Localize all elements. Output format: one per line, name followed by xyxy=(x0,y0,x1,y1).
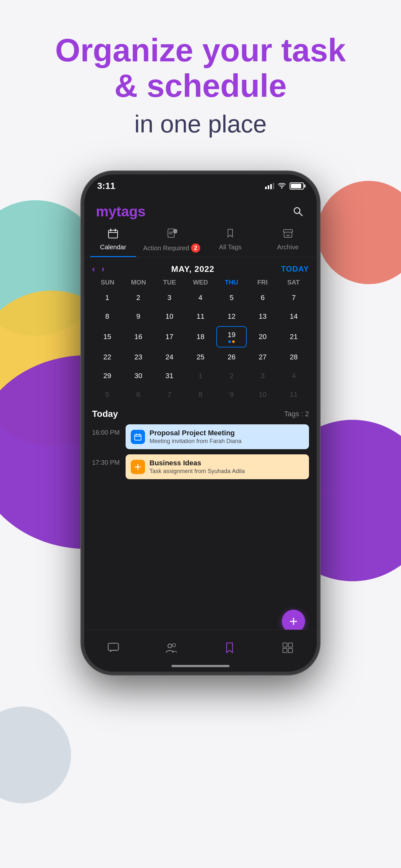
svg-rect-16 xyxy=(284,232,292,237)
cal-day-31[interactable]: 31 xyxy=(154,367,185,385)
svg-rect-3 xyxy=(273,183,274,189)
cal-day-13[interactable]: 13 xyxy=(247,307,278,326)
cal-day-jun-7[interactable]: 7 xyxy=(154,385,185,404)
event-2-name: Business Ideas xyxy=(150,459,304,467)
bg-blob-gray xyxy=(0,707,71,803)
cal-day-24[interactable]: 24 xyxy=(154,348,185,366)
event-card-1[interactable]: Proposal Project Meeting Meeting invitat… xyxy=(126,424,309,449)
tab-action-required-label: Action Required xyxy=(143,244,189,252)
tab-archive-label: Archive xyxy=(277,244,299,251)
cal-day-26[interactable]: 26 xyxy=(216,348,247,366)
action-required-label-group: Action Required 2 xyxy=(143,244,200,252)
cal-day-9[interactable]: 9 xyxy=(123,307,153,326)
cal-day-jun-11[interactable]: 11 xyxy=(279,385,309,404)
cal-day-18[interactable]: 18 xyxy=(185,326,216,347)
day-sat: SAT xyxy=(278,277,309,287)
cal-day-1[interactable]: 1 xyxy=(92,289,122,307)
cal-day-7[interactable]: 7 xyxy=(279,289,309,307)
archive-tab-icon xyxy=(282,228,294,242)
cal-day-jun-4[interactable]: 4 xyxy=(279,367,309,385)
action-required-tab-icon xyxy=(166,228,177,242)
cal-day-4[interactable]: 4 xyxy=(185,289,216,307)
action-required-badge: 2 xyxy=(191,244,200,252)
event-row-2: 17:30 PM Business Ideas Task assignment … xyxy=(92,454,309,479)
phone-notch xyxy=(158,175,243,190)
cal-day-21[interactable]: 21 xyxy=(279,326,309,347)
cal-day-16[interactable]: 16 xyxy=(123,326,153,347)
cal-day-27[interactable]: 27 xyxy=(247,348,278,366)
calendar-grid: 1 2 3 4 5 6 7 8 9 10 11 12 13 14 15 xyxy=(92,289,309,404)
cal-day-jun-8[interactable]: 8 xyxy=(185,385,216,404)
event-1-name: Proposal Project Meeting xyxy=(150,429,304,437)
cal-day-jun-3[interactable]: 3 xyxy=(247,367,278,385)
svg-rect-2 xyxy=(270,184,272,189)
cal-day-29[interactable]: 29 xyxy=(92,367,122,385)
day-mon: MON xyxy=(123,277,154,287)
calendar-tab-icon xyxy=(107,228,119,242)
bottom-nav-people[interactable] xyxy=(162,638,181,657)
cal-day-28[interactable]: 28 xyxy=(279,348,309,366)
cal-day-14[interactable]: 14 xyxy=(279,307,309,326)
tab-action-required[interactable]: Action Required 2 xyxy=(142,225,202,257)
cal-day-19[interactable]: 19 xyxy=(216,326,247,347)
day-fri: FRI xyxy=(247,277,278,287)
today-button[interactable]: TODAY xyxy=(281,265,309,274)
cal-day-3[interactable]: 3 xyxy=(154,289,185,307)
svg-point-12 xyxy=(173,229,177,234)
search-button[interactable] xyxy=(291,205,305,219)
svg-rect-0 xyxy=(265,187,267,189)
bottom-nav-grid[interactable] xyxy=(278,638,297,657)
cal-day-2[interactable]: 2 xyxy=(123,289,153,307)
cal-day-22[interactable]: 22 xyxy=(92,348,122,366)
event-1-sub: Meeting invitation from Farah Diana xyxy=(150,438,304,445)
event-card-2[interactable]: Business Ideas Task assignment from Syuh… xyxy=(126,454,309,479)
cal-day-20[interactable]: 20 xyxy=(247,326,278,347)
cal-day-30[interactable]: 30 xyxy=(123,367,153,385)
svg-point-25 xyxy=(173,644,176,647)
app-screen: mytags xyxy=(84,194,317,672)
cal-day-23[interactable]: 23 xyxy=(123,348,153,366)
next-month-button[interactable]: › xyxy=(101,264,104,274)
day-tue: TUE xyxy=(154,277,185,287)
svg-rect-15 xyxy=(283,229,292,232)
cal-day-jun-6[interactable]: 6 xyxy=(123,385,153,404)
cal-day-10[interactable]: 10 xyxy=(154,307,185,326)
cal-day-jun-10[interactable]: 10 xyxy=(247,385,278,404)
tab-archive[interactable]: Archive xyxy=(259,225,317,257)
calendar-nav: ‹ › MAY, 2022 TODAY xyxy=(92,257,309,277)
cal-day-8[interactable]: 8 xyxy=(92,307,122,326)
svg-point-4 xyxy=(281,187,282,189)
cal-day-25[interactable]: 25 xyxy=(185,348,216,366)
dot-orange xyxy=(232,340,235,343)
cal-day-5[interactable]: 5 xyxy=(216,289,247,307)
cal-day-jun-2[interactable]: 2 xyxy=(216,367,247,385)
tab-all-tags[interactable]: All Tags xyxy=(202,225,259,257)
svg-rect-17 xyxy=(135,435,141,440)
cal-day-17[interactable]: 17 xyxy=(154,326,185,347)
event-1-time: 16:00 PM xyxy=(92,424,121,436)
hero-subtitle: in one place xyxy=(0,110,401,138)
cal-day-jun-9[interactable]: 9 xyxy=(216,385,247,404)
app-title: mytags xyxy=(96,204,146,220)
hero-title-line2: & schedule xyxy=(0,68,401,103)
event-1-text: Proposal Project Meeting Meeting invitat… xyxy=(150,429,304,445)
cal-day-11[interactable]: 11 xyxy=(185,307,216,326)
event-2-text: Business Ideas Task assignment from Syuh… xyxy=(150,459,304,475)
tab-calendar-label: Calendar xyxy=(100,244,126,251)
event-2-time: 17:30 PM xyxy=(92,454,121,466)
wifi-icon xyxy=(277,183,286,189)
cal-day-15[interactable]: 15 xyxy=(92,326,122,347)
bottom-nav-chat[interactable] xyxy=(104,638,123,657)
cal-day-6[interactable]: 6 xyxy=(247,289,278,307)
event-2-sub: Task assignment from Syuhada Adila xyxy=(150,468,304,475)
cal-day-jun-1[interactable]: 1 xyxy=(185,367,216,385)
tab-calendar[interactable]: Calendar xyxy=(84,225,142,257)
prev-month-button[interactable]: ‹ xyxy=(92,264,95,274)
bottom-nav-tags[interactable] xyxy=(220,638,239,657)
dot-blue xyxy=(228,340,231,343)
cal-day-jun-5[interactable]: 5 xyxy=(92,385,122,404)
battery-icon xyxy=(289,182,304,190)
home-indicator xyxy=(172,665,229,667)
cal-day-12[interactable]: 12 xyxy=(216,307,247,326)
svg-rect-27 xyxy=(288,643,292,647)
